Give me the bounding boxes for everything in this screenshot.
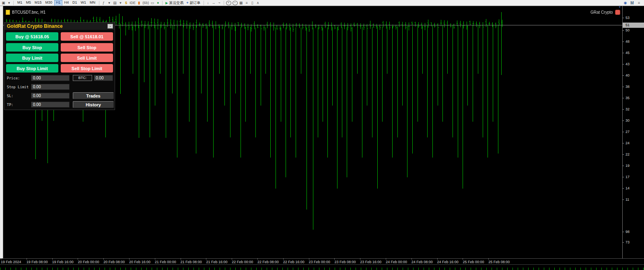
new-order-button[interactable]: + 新订单 xyxy=(185,0,201,6)
toolbar-separator xyxy=(204,1,204,5)
vps-icon[interactable]: ▭ xyxy=(150,0,154,6)
line-chart-type-icon[interactable]: ∧ xyxy=(256,0,260,6)
time-axis-label: 25 Feb 08:00 xyxy=(488,260,510,264)
price-axis-label: 98 xyxy=(623,230,630,234)
objects-icon[interactable]: ▤ xyxy=(113,0,117,6)
price-axis-label: 35 xyxy=(623,96,630,100)
sell-market-button[interactable]: Sell @ 51618.01 xyxy=(61,32,113,41)
stop-limit-label: Stop Limit xyxy=(7,85,29,89)
timeframe-w1[interactable]: W1 xyxy=(79,0,88,5)
buy-stop-limit-button[interactable]: Buy Stop Limit xyxy=(6,64,58,73)
panel-title-bar[interactable]: GoldRat Crypto Binance - xyxy=(4,23,115,30)
depth-of-market-icon[interactable]: ▦ xyxy=(239,0,243,6)
time-axis-label: 22 Feb 00:00 xyxy=(232,260,253,264)
candle-chart-type-icon[interactable]: ▯ xyxy=(250,0,255,6)
buy-market-button[interactable]: Buy @ 51618.05 xyxy=(6,32,58,41)
stop-limit-button-row: Buy Stop Limit Sell Stop Limit xyxy=(6,64,113,73)
symbol-icon xyxy=(6,10,10,15)
toolbar-right-cluster: ◉ M ≡ xyxy=(623,0,643,6)
price-axis-label: 32 xyxy=(623,107,630,112)
symbol-label: BTCUSDT.bnc, H1 xyxy=(12,10,45,15)
price-axis[interactable]: 5350484543403835323027242219171411987351 xyxy=(622,6,644,258)
metaeditor-icon[interactable]: ▮ xyxy=(137,0,141,6)
tp-label: TP: xyxy=(7,103,13,107)
price-axis-label: 38 xyxy=(623,85,630,89)
time-axis-label: 19 Feb 2024 xyxy=(1,260,21,264)
chart-watermark: GRat Crypto xyxy=(591,10,620,15)
timeframe-m30[interactable]: M30 xyxy=(44,0,54,5)
menu-icon[interactable]: ≡ xyxy=(637,0,641,6)
timeframe-m1[interactable]: M1 xyxy=(16,0,24,5)
time-axis-label: 19 Feb 08:00 xyxy=(27,260,48,264)
quotes-icon[interactable]: $ xyxy=(124,0,128,6)
ide-button[interactable]: IDE xyxy=(130,0,136,6)
sell-stop-button[interactable]: Sell Stop xyxy=(61,43,113,52)
time-axis-label: 24 Feb 00:00 xyxy=(386,260,407,264)
price-axis-label: 17 xyxy=(623,175,630,179)
timeframe-d1[interactable]: D1 xyxy=(71,0,79,5)
limit-button-row: Buy Limit Sell Limit xyxy=(6,54,113,62)
buy-limit-button[interactable]: Buy Limit xyxy=(6,54,58,62)
time-axis-label: 20 Feb 00:00 xyxy=(78,260,99,264)
sell-stop-limit-button[interactable]: Sell Stop Limit xyxy=(61,64,113,73)
community-icon[interactable]: ● xyxy=(156,0,160,6)
tp-input[interactable] xyxy=(31,102,70,108)
autoscroll-icon[interactable]: ↓ xyxy=(206,0,210,6)
timeframe-group: M1M5M15M30H1H4D1W1MN xyxy=(16,0,97,6)
time-axis-label: 22 Feb 08:00 xyxy=(257,260,279,264)
sl-input[interactable] xyxy=(31,93,70,99)
chart-shift-icon[interactable]: → xyxy=(212,0,216,6)
timeframe-h4[interactable]: H4 xyxy=(63,0,71,5)
sell-limit-button[interactable]: Sell Limit xyxy=(61,54,113,62)
stop-limit-field-row: Stop Limit xyxy=(6,84,113,90)
indicators-dropdown-icon[interactable]: ▾ xyxy=(107,0,111,6)
bottom-tick-strip xyxy=(0,264,644,270)
symbol-label-group: BTCUSDT.bnc, H1 xyxy=(6,10,45,15)
history-button[interactable]: History xyxy=(73,101,114,108)
zoom-in-icon[interactable]: + xyxy=(226,1,231,5)
time-axis-label: 23 Feb 00:00 xyxy=(309,260,330,264)
timeframe-mn[interactable]: MN xyxy=(88,0,97,5)
price-axis-label: 45 xyxy=(623,51,630,55)
trades-button[interactable]: Trades xyxy=(73,92,114,99)
top-toolbar: ▣ ▾ M1M5M15M30H1H4D1W1MN ƒ ▾ ▤ ▾ $ IDE ▮… xyxy=(0,0,644,6)
charts-icon[interactable]: ▣ xyxy=(1,0,6,6)
time-axis-label: 21 Feb 16:00 xyxy=(206,260,227,264)
play-icon: ▶ xyxy=(165,1,168,5)
price-input[interactable] xyxy=(31,75,70,81)
bar-chart-type-icon[interactable]: ≡ xyxy=(245,0,249,6)
time-axis-label: 23 Feb 08:00 xyxy=(334,260,356,264)
algo-trading-label: 算法交易 xyxy=(169,0,183,6)
time-axis-label: 25 Feb 00:00 xyxy=(463,260,484,264)
price-axis-label: 53 xyxy=(623,16,630,20)
trade-panel: GoldRat Crypto Binance - Buy @ 51618.05 … xyxy=(4,22,115,110)
market-button-row: Buy @ 51618.05 Sell @ 51618.01 xyxy=(6,32,113,41)
objects-dropdown-icon[interactable]: ▾ xyxy=(118,0,123,6)
buy-stop-button[interactable]: Buy Stop xyxy=(6,43,58,52)
time-axis[interactable]: 19 Feb 202419 Feb 08:0019 Feb 16:0020 Fe… xyxy=(0,258,644,264)
new-order-label: 新订单 xyxy=(190,0,201,6)
panel-minimize-button[interactable]: - xyxy=(107,24,113,29)
tick-chart-icon[interactable]: ~ xyxy=(217,0,222,6)
stop-limit-input[interactable] xyxy=(31,84,70,90)
algo-trading-button[interactable]: ▶ 算法交易 xyxy=(165,0,184,6)
indicators-icon[interactable]: ƒ xyxy=(101,0,106,6)
price-axis-label: 40 xyxy=(623,73,630,78)
timeframe-m15[interactable]: M15 xyxy=(33,0,43,5)
chart-dropdown-icon[interactable]: ▾ xyxy=(7,0,11,6)
sl-label: SL: xyxy=(7,94,13,98)
price-field-row: Price: BTC: xyxy=(6,75,113,81)
price-axis-label: 50 xyxy=(623,28,630,33)
btc-unit-button[interactable]: BTC: xyxy=(73,75,92,81)
new-order-icon: + xyxy=(186,1,188,5)
timeframe-h1[interactable]: H1 xyxy=(54,0,62,6)
price-axis-label: 30 xyxy=(623,118,630,123)
timeframe-m5[interactable]: M5 xyxy=(25,0,33,5)
time-axis-label: 24 Feb 08:00 xyxy=(412,260,433,264)
zoom-out-icon[interactable]: − xyxy=(232,1,238,5)
price-axis-label: 19 xyxy=(623,164,630,168)
watermark-label: GRat Crypto xyxy=(591,10,613,15)
user-icon[interactable]: ◉ xyxy=(623,0,628,6)
btc-amount-input[interactable] xyxy=(94,75,113,81)
price-axis-label: 48 xyxy=(623,39,630,44)
